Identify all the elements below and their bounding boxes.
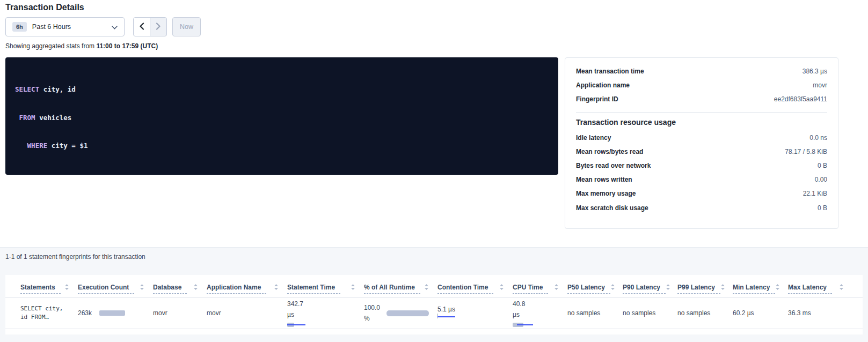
chevron-down-icon	[112, 22, 118, 32]
cell-max-latency: 36.3 ms	[788, 298, 852, 329]
chevron-right-icon	[156, 23, 161, 32]
summary-label: Application name	[576, 81, 630, 89]
cell-p99-latency: no samples	[677, 298, 733, 329]
usage-label: Mean rows written	[576, 176, 632, 183]
aggregated-stats-line: Showing aggregated stats from 11:00 to 1…	[5, 42, 158, 50]
table-header-p50-latency[interactable]: P50 Latency	[567, 284, 623, 297]
runtime-percent-value: 100.0	[364, 302, 380, 313]
contention-time-bar	[437, 315, 457, 321]
sql-line: WHERE city = $1	[15, 141, 558, 151]
sort-icon[interactable]	[193, 284, 198, 292]
p99-latency-value: no samples	[677, 309, 710, 317]
table-header-execution-count[interactable]: Execution Count	[78, 284, 153, 297]
chevron-left-icon	[139, 23, 144, 32]
statement-time-value: 342.7	[287, 299, 303, 309]
cpu-time-bar	[513, 322, 532, 328]
summary-row-fingerprint-id: Fingerprint ID ee2df683f5aa9411	[576, 92, 827, 106]
resource-usage-section-title: Transaction resource usage	[576, 118, 827, 127]
usage-value: 78.17 / 5.8 KiB	[785, 148, 827, 155]
contention-time-value: 5.1 µs	[437, 306, 455, 313]
cell-application-name: movr	[207, 298, 287, 329]
cell-execution-count: 263k	[78, 298, 153, 329]
page-title: Transaction Details	[5, 3, 84, 12]
sort-icon[interactable]	[775, 284, 780, 292]
table-header-p99-latency[interactable]: P99 Latency	[677, 284, 733, 297]
runtime-percent-unit: %	[364, 313, 370, 324]
application-name-value: movr	[207, 309, 221, 317]
sort-icon[interactable]	[720, 284, 725, 292]
statements-section: 1-1 of 1 statement fingerprints for this…	[0, 247, 868, 342]
usage-value: 0 B	[818, 162, 827, 169]
summary-value: 386.3 µs	[803, 68, 827, 75]
runtime-percent-bar	[386, 310, 429, 316]
table-header-statements[interactable]: Statements	[20, 284, 78, 297]
sort-icon[interactable]	[554, 284, 559, 292]
cell-statement-fingerprint[interactable]: SELECT city, id FROM…	[20, 298, 78, 329]
sort-icon[interactable]	[424, 284, 429, 292]
sql-keyword: SELECT	[15, 85, 39, 93]
cell-p90-latency: no samples	[623, 298, 677, 329]
cell-percent-of-all-runtime: 100.0 %	[364, 298, 437, 329]
sql-text	[15, 114, 19, 122]
execution-count-value: 263k	[78, 309, 92, 317]
statement-time-bar	[287, 322, 307, 328]
transaction-summary-card: Mean transaction time 386.3 µs Applicati…	[565, 57, 838, 229]
table-header-max-latency[interactable]: Max Latency	[788, 284, 852, 297]
sql-line: SELECT city, id	[15, 85, 558, 94]
summary-row-application-name: Application name movr	[576, 78, 827, 92]
table-header-contention-time[interactable]: Contention Time	[437, 284, 513, 297]
sort-icon[interactable]	[839, 284, 844, 292]
statements-table-header: Statements Execution Count Database Appl…	[5, 275, 863, 298]
usage-row-bytes-read-over-network: Bytes read over network 0 B	[576, 159, 827, 173]
time-nav-group	[133, 17, 167, 36]
statement-link-line1[interactable]: SELECT city,	[20, 304, 63, 313]
sort-icon[interactable]	[351, 284, 355, 292]
sql-text: city = $1	[47, 142, 87, 150]
sql-line: FROM vehicles	[15, 113, 558, 123]
next-interval-button[interactable]	[150, 17, 167, 36]
table-header-cpu-time[interactable]: CPU Time	[513, 284, 567, 297]
sort-icon[interactable]	[666, 284, 670, 292]
database-value: movr	[153, 309, 167, 317]
cell-p50-latency: no samples	[567, 298, 623, 329]
execution-count-bar	[99, 310, 125, 316]
sort-icon[interactable]	[140, 284, 144, 292]
table-header-percent-of-all-runtime[interactable]: % of All Runtime	[364, 284, 437, 297]
sort-icon[interactable]	[274, 284, 279, 292]
table-header-min-latency[interactable]: Min Latency	[733, 284, 788, 297]
usage-row-max-memory-usage: Max memory usage 22.1 KiB	[576, 187, 827, 200]
sql-keyword: FROM	[19, 114, 35, 122]
table-header-p90-latency[interactable]: P90 Latency	[623, 284, 677, 297]
table-header-statement-time[interactable]: Statement Time	[287, 284, 364, 297]
statement-time-unit: µs	[287, 309, 294, 320]
table-header-application-name[interactable]: Application Name	[207, 284, 287, 297]
cell-contention-time: 5.1 µs	[437, 298, 513, 329]
cell-statement-time: 342.7 µs	[287, 298, 364, 329]
usage-label: Bytes read over network	[576, 162, 651, 169]
usage-label: Max scratch disk usage	[576, 204, 648, 212]
usage-value: 22.1 KiB	[803, 190, 827, 197]
usage-label: Idle latency	[576, 134, 611, 142]
table-header-database[interactable]: Database	[153, 284, 207, 297]
usage-row-mean-rows-bytes-read: Mean rows/bytes read 78.17 / 5.8 KiB	[576, 145, 827, 159]
usage-label: Mean rows/bytes read	[576, 148, 643, 155]
sql-statement-box: SELECT city, id FROM vehicles WHERE city…	[5, 57, 558, 175]
now-button[interactable]: Now	[172, 17, 201, 36]
p50-latency-value: no samples	[567, 309, 600, 317]
sort-icon[interactable]	[499, 284, 504, 292]
usage-row-idle-latency: Idle latency 0.0 ns	[576, 131, 827, 145]
time-interval-label: Past 6 Hours	[32, 23, 106, 31]
statement-fingerprints-count: 1-1 of 1 statement fingerprints for this…	[5, 253, 145, 261]
sort-icon[interactable]	[610, 284, 615, 292]
sql-text	[15, 142, 27, 150]
usage-row-max-scratch-disk-usage: Max scratch disk usage 0 B	[576, 201, 827, 215]
usage-label: Max memory usage	[576, 190, 636, 197]
aggregated-stats-prefix: Showing aggregated stats from	[5, 42, 96, 50]
statement-link-line2[interactable]: id FROM…	[20, 313, 49, 322]
time-interval-select[interactable]: 6h Past 6 Hours	[5, 17, 125, 36]
sort-icon[interactable]	[64, 284, 69, 292]
statements-table: Statements Execution Count Database Appl…	[5, 275, 863, 334]
summary-label: Fingerprint ID	[576, 95, 618, 103]
cpu-time-unit: µs	[513, 309, 520, 320]
previous-interval-button[interactable]	[133, 17, 150, 36]
